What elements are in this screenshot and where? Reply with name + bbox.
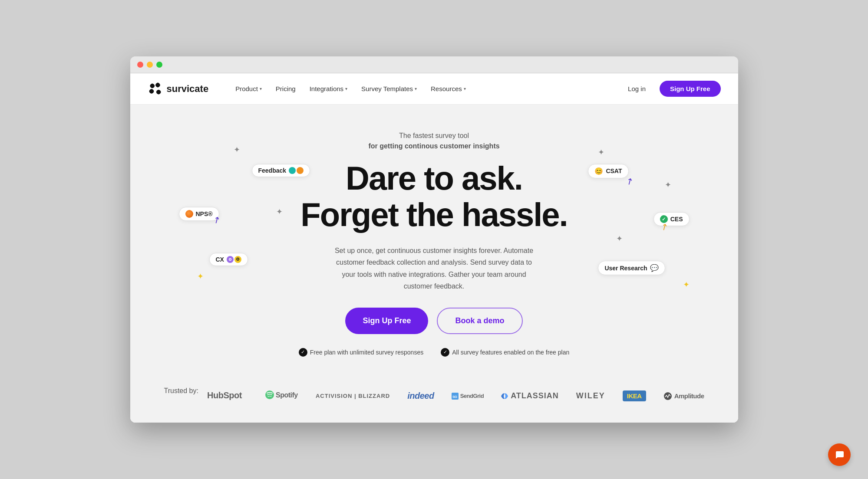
trusted-logo-ikea: IKEA — [623, 390, 646, 401]
sparkle-decoration: ✦ — [276, 207, 283, 217]
chat-widget-button[interactable] — [828, 443, 851, 466]
trusted-logo-hubspot: HubSpot — [207, 389, 246, 403]
chevron-down-icon: ▾ — [260, 86, 262, 91]
page-content: survicate Product ▾ Pricing Integrations… — [130, 73, 738, 423]
sparkle-decoration: ✦ — [598, 148, 604, 157]
hero-section: ✦ ✦ ✦ ✦ ✦ ✦ ✦ NPS® Feedback CX — [130, 105, 738, 374]
nav-links: Product ▾ Pricing Integrations ▾ Survey … — [229, 82, 621, 96]
csat-icon: 😊 — [594, 167, 603, 175]
signup-hero-button[interactable]: Sign Up Free — [345, 308, 428, 334]
cx-icons: ⚙ — [227, 256, 241, 263]
login-button[interactable]: Log in — [621, 82, 653, 96]
chevron-down-icon: ▾ — [345, 86, 347, 91]
trusted-section: Trusted by: HubSpot Spotify — [130, 374, 738, 423]
feedback-icons — [289, 167, 304, 174]
badge-feedback: Feedback — [252, 164, 310, 177]
nav-item-pricing[interactable]: Pricing — [270, 82, 302, 96]
svg-point-1 — [229, 259, 231, 260]
sparkle-decoration: ✦ — [616, 234, 623, 243]
browser-window: survicate Product ▾ Pricing Integrations… — [130, 56, 738, 423]
navbar: survicate Product ▾ Pricing Integrations… — [130, 73, 738, 105]
badge-csat-label: CSAT — [606, 167, 622, 174]
trusted-row: Trusted by: HubSpot Spotify — [148, 387, 721, 405]
trusted-logo-atlassian: ATLASSIAN — [501, 391, 559, 400]
trusted-logo-amplitude: Amplitude — [663, 392, 704, 400]
chevron-down-icon: ▾ — [415, 86, 417, 91]
badge-feedback-label: Feedback — [258, 167, 287, 174]
badge-ces-label: CES — [670, 216, 683, 223]
badge-cx-label: CX — [216, 256, 224, 263]
hero-feature-1: ✓ Free plan with unlimited survey respon… — [299, 348, 423, 357]
badge-nps-label: NPS® — [196, 210, 213, 217]
nav-item-resources[interactable]: Resources ▾ — [425, 82, 472, 96]
trusted-logo-spotify: Spotify — [264, 389, 298, 403]
feedback-icon-teal — [289, 167, 296, 174]
ur-icon: 💬 — [650, 264, 659, 272]
signup-nav-button[interactable]: Sign Up Free — [660, 81, 721, 97]
svg-text:HubSpot: HubSpot — [207, 390, 242, 400]
badge-cx: CX ⚙ — [209, 253, 248, 266]
sparkle-yellow-decoration: ✦ — [197, 272, 204, 281]
sparkle-decoration: ✦ — [234, 145, 240, 154]
nps-icon — [185, 210, 193, 218]
chevron-down-icon: ▾ — [464, 86, 466, 91]
check-icon-2: ✓ — [441, 348, 449, 357]
nav-right: Log in Sign Up Free — [621, 81, 720, 97]
logo-text: survicate — [167, 83, 209, 95]
demo-button[interactable]: Book a demo — [437, 308, 522, 334]
traffic-light-green[interactable] — [156, 62, 162, 68]
nav-item-product[interactable]: Product ▾ — [229, 82, 268, 96]
check-icon-1: ✓ — [299, 348, 307, 357]
logo-icon — [148, 81, 163, 97]
cx-gear-icon: ⚙ — [234, 256, 241, 263]
trusted-label: Trusted by: — [164, 387, 198, 395]
cx-eye-icon — [227, 256, 234, 263]
trusted-logo-sendgrid: SG SendGrid — [452, 393, 484, 400]
trusted-logo-indeed: indeed — [407, 391, 434, 401]
badge-user-research-label: User Research — [604, 265, 647, 272]
hero-title: Dare to ask. Forget the hassle. — [148, 160, 721, 233]
svg-point-7 — [664, 392, 672, 400]
hero-buttons: Sign Up Free Book a demo — [148, 308, 721, 334]
badge-csat: 😊 CSAT — [588, 164, 628, 178]
logo-area[interactable]: survicate — [148, 81, 209, 97]
sparkle-decoration: ✦ — [665, 180, 671, 190]
chat-icon — [834, 449, 845, 460]
svg-point-3 — [265, 390, 274, 399]
traffic-light-red[interactable] — [137, 62, 143, 68]
sparkle-yellow-decoration: ✦ — [683, 280, 690, 289]
nav-item-integrations[interactable]: Integrations ▾ — [304, 82, 353, 96]
trusted-logos: HubSpot Spotify Activision | BLIZZARD — [207, 389, 704, 403]
svg-text:SG: SG — [452, 395, 457, 399]
trusted-logo-wiley: WILEY — [576, 391, 605, 400]
badge-user-research: User Research 💬 — [598, 261, 665, 275]
traffic-light-yellow[interactable] — [147, 62, 153, 68]
hero-features: ✓ Free plan with unlimited survey respon… — [148, 348, 721, 357]
nav-item-survey-templates[interactable]: Survey Templates ▾ — [355, 82, 423, 96]
browser-chrome — [130, 56, 738, 73]
hero-feature-2: ✓ All survey features enabled on the fre… — [441, 348, 569, 357]
trusted-logo-activision: Activision | BLIZZARD — [316, 393, 390, 399]
hero-description: Set up once, get continuous customer ins… — [330, 245, 538, 292]
feedback-icon-orange — [297, 167, 304, 174]
svg-text:Spotify: Spotify — [276, 391, 298, 399]
